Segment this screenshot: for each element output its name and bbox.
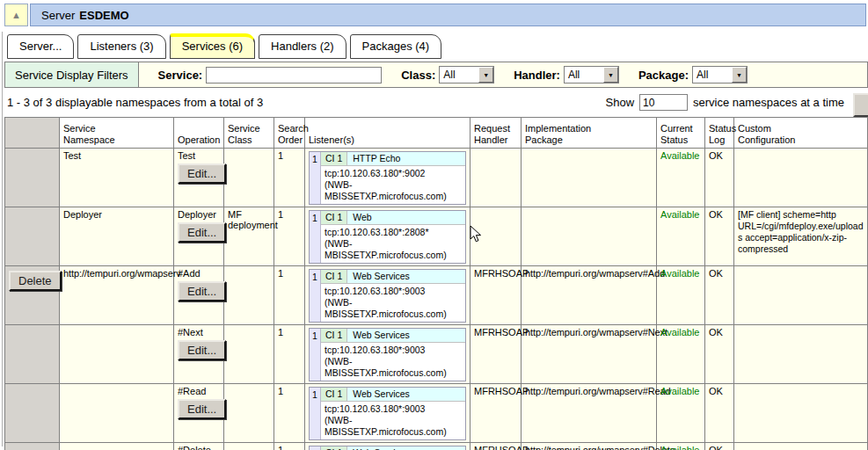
operation-name: #Next (178, 327, 220, 338)
cell-custom-config (734, 325, 868, 384)
listener-index: 1 (310, 270, 321, 322)
tab-services[interactable]: Services (6) (170, 33, 255, 59)
listener-body: tcp:10.120.63.180*:9003 (NWB-MBISSETXP.m… (321, 343, 465, 381)
cell-custom-config (734, 443, 868, 450)
listener-name: HTTP Echo (347, 152, 465, 165)
listener-body: tcp:10.120.63.180*:2808* (NWB-MBISSETXP.… (321, 225, 465, 263)
service-display-filters: Service Display Filters Service: Class: … (4, 62, 868, 88)
cell-search-order: 1 (274, 325, 305, 384)
col-header-status-log: Status Log (705, 118, 734, 149)
cell-listeners: 1 CI 1 Web tcp:10.120.63.180*:2808* (NWB… (305, 207, 470, 266)
listener-conn: CI 1 (321, 211, 347, 224)
chevron-down-icon[interactable]: ▼ (732, 67, 747, 83)
show-suffix: service namespaces at a time (693, 96, 844, 109)
listener-name: Web (347, 211, 465, 224)
cell-status-log: OK (705, 266, 734, 325)
show-count-input[interactable] (639, 94, 688, 111)
edit-button[interactable]: Edit... (178, 399, 226, 419)
status-badge: Available (657, 149, 705, 207)
pagination-row: 1 - 3 of 3 displayable namespaces from a… (7, 88, 844, 117)
cell-listeners: 1 CI 1 HTTP Echo tcp:10.120.63.180*:9002… (305, 149, 470, 207)
listener-box: 1 CI 1 HTTP Echo tcp:10.120.63.180*:9002… (309, 151, 466, 205)
listener-box: 1 CI 1 Web Services tcp:10.120.63.180*:9… (309, 269, 466, 323)
tab-bar: Server... Listeners (3) Services (6) Han… (7, 33, 868, 59)
chevron-down-icon[interactable]: ▼ (478, 67, 493, 83)
handler-filter-label: Handler: (514, 69, 560, 82)
server-title-prefix: Server (41, 9, 75, 22)
listener-index: 1 (310, 152, 321, 204)
package-select[interactable]: All ▼ (692, 66, 748, 83)
listener-name: Web Services (347, 446, 465, 450)
package-select-value: All (693, 67, 732, 83)
namespace-count-summary: 1 - 3 of 3 displayable namespaces from a… (7, 96, 263, 109)
col-header-operation: Operation (174, 118, 224, 149)
listener-box: 1 CI 1 Web Services tcp:10.120.63.180*:9… (309, 446, 466, 450)
cell-implementation (522, 207, 657, 266)
row-action-cell (5, 384, 60, 443)
cell-service-class (224, 325, 274, 384)
listener-name: Web Services (347, 329, 465, 342)
col-header-search-order: Search Order (274, 118, 305, 149)
listener-host: (NWB-MBISSETXP.microfocus.com) (325, 356, 463, 379)
operation-name: Deployer (178, 209, 220, 220)
table-row: #Delete Edit... 1 1 CI 1 Web Services tc… (5, 443, 868, 450)
tab-server[interactable]: Server... (7, 34, 74, 59)
cell-implementation (522, 149, 657, 207)
edit-button[interactable]: Edit... (178, 340, 226, 360)
edit-button[interactable]: Edit... (178, 163, 226, 184)
listener-host: (NWB-MBISSETXP.microfocus.com) (325, 415, 463, 438)
listener-name: Web Services (347, 270, 465, 283)
cell-operation: #Next Edit... (174, 325, 224, 384)
delete-button[interactable]: Delete (9, 271, 62, 291)
service-filter-input[interactable] (206, 67, 382, 83)
listener-name: Web Services (347, 388, 465, 401)
tab-listeners[interactable]: Listeners (3) (77, 34, 165, 59)
cell-service-class (224, 384, 274, 443)
listener-address: tcp:10.120.63.180*:9003 (325, 345, 463, 356)
class-select[interactable]: All ▼ (439, 66, 494, 83)
edit-button[interactable]: Edit... (178, 281, 226, 301)
cell-operation: Test Edit... (174, 149, 224, 207)
listener-box: 1 CI 1 Web Services tcp:10.120.63.180*:9… (309, 387, 466, 440)
cell-listeners: 1 CI 1 Web Services tcp:10.120.63.180*:9… (305, 266, 470, 325)
cell-implementation: http://tempuri.org/wmapserv#Delete (522, 443, 657, 450)
cell-implementation: http://tempuri.org/wmapserv#Read (522, 384, 657, 443)
tab-packages[interactable]: Packages (4) (350, 34, 442, 59)
cell-listeners: 1 CI 1 Web Services tcp:10.120.63.180*:9… (305, 443, 470, 450)
listener-box: 1 CI 1 Web Services tcp:10.120.63.180*:9… (309, 328, 466, 381)
col-header-request-handler: Request Handler (470, 118, 522, 149)
tab-handlers[interactable]: Handlers (2) (259, 34, 346, 59)
cell-operation: #Delete Edit... (174, 443, 224, 450)
handler-select-value: All (565, 67, 603, 83)
cell-service-class (224, 149, 274, 207)
table-row: #Next Edit... 1 1 CI 1 Web Services tcp:… (5, 325, 868, 384)
operation-name: #Read (178, 386, 220, 396)
listener-index: 1 (310, 329, 321, 381)
chevron-down-icon[interactable]: ▼ (603, 67, 618, 83)
collapse-button[interactable]: ▲ (4, 4, 28, 26)
listener-host: (NWB-MBISSETXP.microfocus.com) (325, 238, 463, 261)
listener-body: tcp:10.120.63.180*:9003 (NWB-MBISSETXP.m… (321, 284, 465, 322)
col-header-custom-config: Custom Configuration (734, 118, 868, 149)
col-header-service-class: Service Class (224, 118, 274, 149)
col-header-namespace: Service Namespace (60, 118, 174, 149)
cell-namespace: Deployer (60, 207, 174, 266)
class-select-value: All (440, 67, 478, 83)
handler-select[interactable]: All ▼ (564, 66, 619, 83)
listener-address: tcp:10.120.63.180*:9003 (325, 286, 463, 297)
listener-conn: CI 1 (321, 388, 347, 401)
cell-implementation: http://tempuri.org/wmapserv#Add (522, 266, 657, 325)
edit-button[interactable]: Edit... (178, 222, 226, 243)
cell-request-handler: MFRHSOAP (470, 325, 522, 384)
service-filter-label: Service: (158, 69, 203, 82)
cell-custom-config: [MF client] scheme=http URL=/cgi/mfdeplo… (734, 207, 868, 266)
cell-request-handler (470, 207, 522, 266)
cell-listeners: 1 CI 1 Web Services tcp:10.120.63.180*:9… (305, 384, 470, 443)
cell-status-log: OK (705, 149, 734, 207)
table-header-row: Service Namespace Operation Service Clas… (5, 118, 868, 149)
refresh-button-cutoff[interactable] (853, 93, 868, 117)
row-action-cell (5, 325, 60, 384)
status-badge: Available (657, 207, 705, 266)
services-table: Service Namespace Operation Service Clas… (4, 117, 868, 450)
listener-address: tcp:10.120.63.180*:2808* (325, 227, 463, 238)
